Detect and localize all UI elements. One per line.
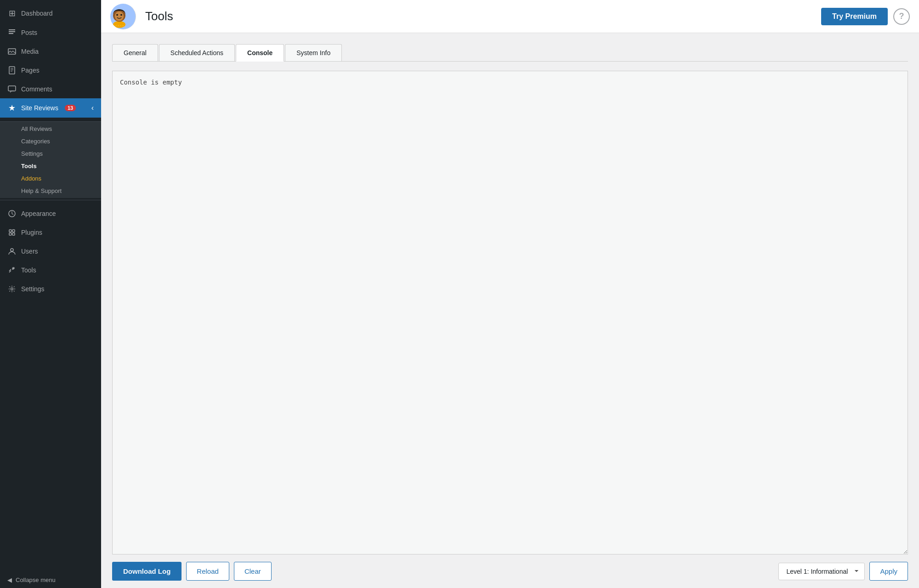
console-empty-message: Console is empty [120,79,182,86]
site-reviews-badge: 13 [65,105,76,111]
sidebar-item-media[interactable]: Media [0,42,101,61]
sidebar-item-label: Media [21,48,39,55]
sidebar-item-tools[interactable]: Tools [0,160,101,172]
sidebar-item-label: Pages [21,67,40,74]
svg-rect-2 [8,86,16,91]
sidebar-item-label: Comments [21,85,52,93]
collapse-label: Collapse menu [16,577,56,583]
bottom-bar: Download Log Reload Clear Level 1: Infor… [112,554,908,581]
help-button[interactable]: ? [893,8,910,25]
console-area: Console is empty Download Log Reload Cle… [112,71,908,581]
sidebar-label-plugins: Plugins [21,229,42,236]
tab-console[interactable]: Console [236,44,284,62]
clear-button[interactable]: Clear [234,562,272,581]
tools-icon [7,265,17,275]
svg-point-10 [11,288,13,290]
svg-text:★★★★★: ★★★★★ [113,24,124,27]
tab-general[interactable]: General [112,44,158,61]
users-icon [7,246,17,256]
sidebar-item-help-support[interactable]: Help & Support [0,185,101,197]
media-icon [7,46,17,56]
sidebar-item-label: Dashboard [21,10,53,17]
try-premium-button[interactable]: Try Premium [821,8,888,25]
comments-icon [7,84,17,94]
appearance-icon [7,209,17,218]
sidebar-item-comments[interactable]: Comments [0,79,101,98]
sidebar-label-users: Users [21,248,38,255]
plugins-icon [7,227,17,237]
sidebar-item-label: Site Reviews [21,104,58,112]
level-select[interactable]: Level 1: Informational Level 2: Warning … [778,563,865,580]
apply-button[interactable]: Apply [869,562,908,581]
reload-button[interactable]: Reload [186,562,229,581]
sidebar-item-tools-main[interactable]: Tools [0,260,101,279]
sidebar-label-settings: Settings [21,285,45,293]
sidebar-item-users[interactable]: Users [0,242,101,260]
download-log-button[interactable]: Download Log [112,562,182,581]
sidebar-item-all-reviews[interactable]: All Reviews [0,123,101,135]
pages-icon [7,65,17,75]
sidebar-item-dashboard[interactable]: ⊞ Dashboard [0,4,101,23]
sidebar-item-posts[interactable]: Posts [0,23,101,42]
site-reviews-submenu: All Reviews Categories Settings Tools Ad… [0,122,101,198]
svg-point-13 [115,11,124,21]
tab-system-info[interactable]: System Info [285,44,342,61]
dashboard-icon: ⊞ [7,8,17,18]
settings-icon [7,284,17,294]
sidebar-item-pages[interactable]: Pages [0,61,101,79]
sidebar-item-plugins[interactable]: Plugins [0,223,101,242]
svg-rect-6 [9,233,11,235]
sidebar-item-site-reviews[interactable]: ★ Site Reviews 13 ‹ [0,98,101,118]
sidebar-item-categories[interactable]: Categories [0,135,101,147]
svg-point-14 [116,14,118,16]
chevron-icon: ‹ [91,104,94,112]
collapse-icon: ◀ [7,577,12,583]
tab-bar: General Scheduled Actions Console System… [112,44,908,62]
sidebar-item-label: Posts [21,29,37,36]
console-output: Console is empty [112,71,908,554]
collapse-menu-button[interactable]: ◀ Collapse menu [0,572,101,588]
sidebar-item-appearance[interactable]: Appearance [0,204,101,223]
sidebar-item-addons[interactable]: Addons [0,172,101,185]
sidebar-item-settings-main[interactable]: Settings [0,279,101,298]
tab-scheduled-actions[interactable]: Scheduled Actions [159,44,235,61]
page-title: Tools [145,9,814,23]
svg-rect-4 [9,230,11,232]
svg-point-15 [120,14,122,16]
avatar-container: ★★★★★ [110,4,136,29]
sidebar-label-appearance: Appearance [21,210,56,217]
header-actions: Try Premium ? [821,8,910,25]
posts-icon [7,28,17,37]
level-select-group: Level 1: Informational Level 2: Warning … [778,562,908,581]
svg-point-8 [11,249,13,251]
svg-rect-1 [9,67,15,74]
sidebar-label-tools: Tools [21,266,36,274]
svg-rect-5 [12,230,15,232]
svg-rect-7 [12,233,15,235]
site-reviews-icon: ★ [7,103,17,113]
avatar: ★★★★★ [110,4,128,29]
sidebar-item-settings[interactable]: Settings [0,147,101,160]
